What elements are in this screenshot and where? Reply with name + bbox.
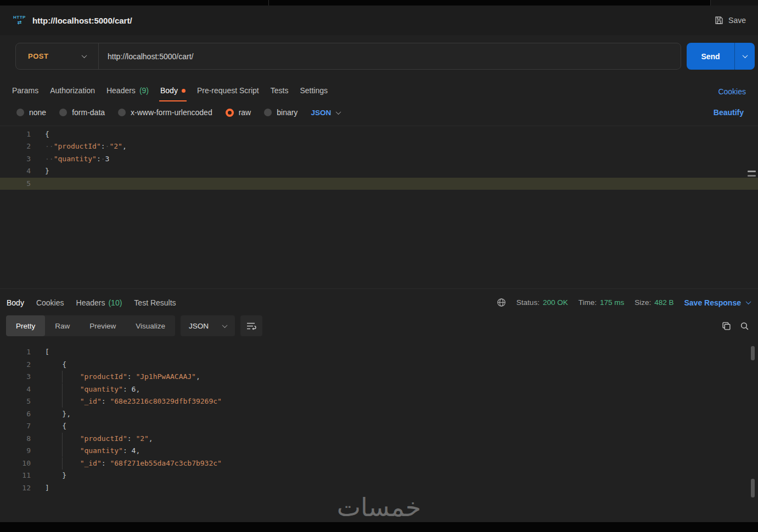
code-token: "_id" xyxy=(80,459,102,467)
send-options-button[interactable] xyxy=(735,43,755,70)
wrap-lines-button[interactable] xyxy=(240,315,262,336)
tab-pre-request-script[interactable]: Pre-request Script xyxy=(196,82,260,101)
code-content: "_id": "68f271eb55da47c3cb7b932c" xyxy=(31,457,222,470)
size-value: 482 B xyxy=(654,298,673,307)
tab-headers[interactable]: Headers(9) xyxy=(105,82,150,101)
code-token: ] xyxy=(45,484,49,492)
tab-settings[interactable]: Settings xyxy=(299,82,329,101)
code-line[interactable]: 2 { xyxy=(0,359,758,371)
code-token xyxy=(63,385,80,393)
code-token: "productId" xyxy=(80,372,127,381)
save-button[interactable]: Save xyxy=(715,16,746,25)
code-token xyxy=(63,446,80,455)
chevron-down-icon xyxy=(222,322,228,328)
code-line[interactable]: 1[ xyxy=(0,346,758,359)
code-line[interactable]: 8 "productId": "2", xyxy=(0,433,758,445)
response-tab-cookies[interactable]: Cookies xyxy=(36,298,64,307)
scrollbar-thumb[interactable] xyxy=(751,479,755,497)
code-token: : xyxy=(102,459,110,467)
globe-icon[interactable] xyxy=(497,298,506,307)
send-button[interactable]: Send xyxy=(687,43,734,70)
size-label: Size: xyxy=(635,298,651,307)
code-line[interactable]: 4 "quantity": 6, xyxy=(0,383,758,396)
tab-label: Tests xyxy=(271,86,289,95)
http-method-icon: HTTP ⇄ xyxy=(13,15,26,25)
view-tab-preview[interactable]: Preview xyxy=(80,315,126,336)
line-number: 9 xyxy=(0,445,31,457)
line-number: 5 xyxy=(0,178,31,190)
tab-tests[interactable]: Tests xyxy=(269,82,290,101)
code-token: : xyxy=(97,155,101,163)
bottom-chrome-strip xyxy=(0,522,758,532)
response-tab-headers[interactable]: Headers(10) xyxy=(76,298,122,307)
line-number: 10 xyxy=(0,457,31,470)
code-line[interactable]: 9 "quantity": 4, xyxy=(0,445,758,457)
view-tab-raw[interactable]: Raw xyxy=(45,315,80,336)
response-tabs: BodyCookiesHeaders(10)Test Results xyxy=(7,298,176,307)
raw-language-select[interactable]: JSON xyxy=(311,109,340,117)
code-line[interactable]: 6 }, xyxy=(0,408,758,421)
code-line[interactable]: 7 { xyxy=(0,420,758,433)
body-mode-binary[interactable]: binary xyxy=(264,108,297,117)
body-mode-label: raw xyxy=(239,108,251,117)
code-content: }, xyxy=(31,408,71,421)
code-line[interactable]: 1{ xyxy=(0,128,758,140)
code-token: : xyxy=(127,434,136,443)
cookies-link[interactable]: Cookies xyxy=(718,87,746,101)
code-token: "68f271eb55da47c3cb7b932c" xyxy=(110,459,222,467)
code-line[interactable]: 12] xyxy=(0,482,758,495)
code-content: [ xyxy=(31,346,49,359)
code-line[interactable]: 5 "_id": "68e23216c80329dfbf39269c" xyxy=(0,395,758,408)
size-indicator: Size: 482 B xyxy=(635,298,673,307)
response-tab-test-results[interactable]: Test Results xyxy=(134,298,176,307)
scrollbar-thumb[interactable] xyxy=(751,346,755,360)
body-mode-none[interactable]: none xyxy=(16,108,46,117)
request-title-wrap: HTTP ⇄ http://localhost:5000/cart/ xyxy=(13,15,132,25)
view-tab-visualize[interactable]: Visualize xyxy=(126,315,175,336)
status-label: Status: xyxy=(516,298,540,307)
url-input[interactable]: http://localhost:5000/cart/ xyxy=(99,52,193,61)
search-icon[interactable] xyxy=(740,321,749,331)
code-line[interactable]: 11 } xyxy=(0,469,758,482)
request-body-editor[interactable]: 1{2··"productId":·"2",3··"quantity":·34}… xyxy=(0,126,758,288)
code-content: { xyxy=(31,128,49,140)
code-line[interactable]: 2··"productId":·"2", xyxy=(0,140,758,152)
save-response-button[interactable]: Save Response xyxy=(684,298,751,307)
code-token: , xyxy=(136,446,140,455)
body-mode-label: none xyxy=(29,108,46,117)
response-tab-body[interactable]: Body xyxy=(7,298,24,307)
wrap-text-icon xyxy=(246,322,256,330)
body-mode-x-www-form-urlencoded[interactable]: x-www-form-urlencoded xyxy=(118,108,212,117)
tab-body[interactable]: Body xyxy=(159,82,187,101)
code-token: "2" xyxy=(109,142,122,150)
tab-label: Authorization xyxy=(50,86,95,95)
body-mode-raw[interactable]: raw xyxy=(226,108,251,117)
status-value: 200 OK xyxy=(543,298,568,307)
line-number: 1 xyxy=(0,128,31,140)
code-content: { xyxy=(31,359,66,371)
radio-icon xyxy=(16,109,24,116)
response-view-toolbar: PrettyRawPreviewVisualize JSON xyxy=(0,315,758,336)
copy-icon[interactable] xyxy=(722,321,731,331)
view-tab-pretty[interactable]: Pretty xyxy=(6,315,45,336)
tab-authorization[interactable]: Authorization xyxy=(49,82,96,101)
beautify-link[interactable]: Beautify xyxy=(714,108,744,117)
code-line[interactable]: 3 "productId": "Jp1hPwAACAAJ", xyxy=(0,371,758,383)
code-content: "quantity": 4, xyxy=(31,445,140,457)
tab-separator xyxy=(710,0,711,5)
code-line[interactable]: 5 xyxy=(0,178,758,190)
response-language-select[interactable]: JSON xyxy=(181,315,235,336)
code-line[interactable]: 4} xyxy=(0,165,758,177)
code-token: }, xyxy=(62,410,71,418)
tab-params[interactable]: Params xyxy=(11,82,40,101)
code-line[interactable]: 10 "_id": "68f271eb55da47c3cb7b932c" xyxy=(0,457,758,470)
response-body-viewer[interactable]: 1[2 {3 "productId": "Jp1hPwAACAAJ",4 "qu… xyxy=(0,345,758,503)
request-editor-lines: 1{2··"productId":·"2",3··"quantity":·34}… xyxy=(0,128,758,190)
method-select[interactable]: POST xyxy=(16,52,98,60)
code-line[interactable]: 3··"quantity":·3 xyxy=(0,153,758,165)
request-tabs: ParamsAuthorizationHeaders(9)BodyPre-req… xyxy=(11,82,329,101)
body-mode-form-data[interactable]: form-data xyxy=(59,108,105,117)
response-toolbar-right xyxy=(722,321,749,331)
tab-count: (10) xyxy=(108,298,122,307)
radio-icon xyxy=(264,109,272,116)
